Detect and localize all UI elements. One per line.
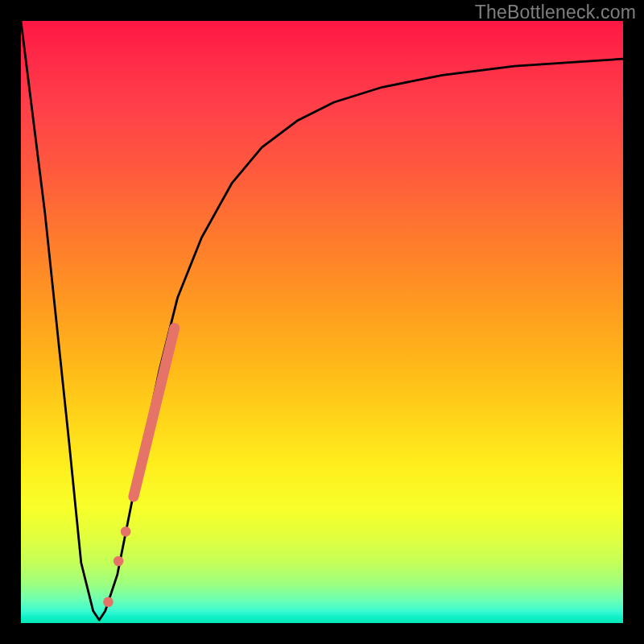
chart-frame: TheBottleneck.com [0, 0, 644, 644]
marker-dot-3 [103, 597, 114, 608]
marker-dot-2 [114, 556, 124, 567]
marker-dot-1 [121, 526, 131, 537]
marker-segment [134, 328, 175, 496]
watermark-text: TheBottleneck.com [475, 2, 636, 23]
plot-area [21, 21, 623, 623]
bottleneck-curve [21, 21, 623, 620]
curve-layer [21, 21, 623, 623]
